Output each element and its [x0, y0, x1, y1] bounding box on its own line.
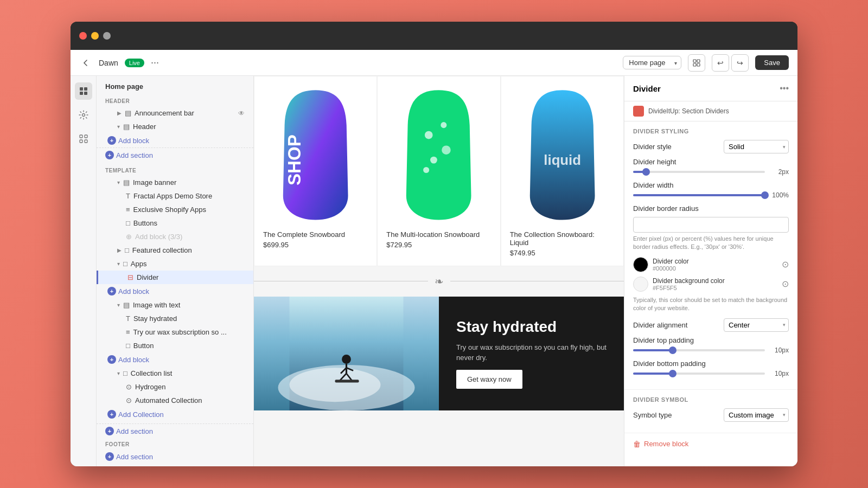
svg-point-16	[430, 157, 437, 164]
add-circle-icon: +	[107, 136, 116, 145]
svg-point-8	[82, 114, 85, 117]
sidebar-item-featured-collection[interactable]: ▶ □ Featured collection	[97, 243, 253, 257]
apps-icon[interactable]	[75, 130, 92, 147]
product-grid: SHOP The Complete Snowboard $699.95	[254, 76, 624, 266]
add-section-label: Add section	[116, 151, 153, 159]
add-circle-icon: +	[105, 151, 114, 159]
divider-bg-color-swatch[interactable]	[633, 277, 648, 292]
sidebar-item-automated-collection[interactable]: ⊙ Automated Collection	[97, 394, 253, 407]
bottom-padding-slider[interactable]	[633, 373, 765, 375]
style-select[interactable]: Solid	[724, 140, 789, 153]
sidebar-item-image-with-text[interactable]: ▾ ▤ Image with text	[97, 298, 253, 312]
sidebar-item-collection-list[interactable]: ▾ □ Collection list	[97, 367, 253, 380]
canvas-inner[interactable]: SHOP The Complete Snowboard $699.95	[254, 76, 624, 466]
text-icon: T	[126, 192, 130, 200]
height-slider-wrap: 2px	[633, 168, 789, 176]
sidebar-item-image-banner[interactable]: ▾ ▤ Image banner	[97, 176, 253, 189]
divider-color-swatch[interactable]	[633, 257, 648, 272]
product-name: The Collection Snowboard: Liquid	[510, 230, 615, 247]
img-left	[254, 297, 439, 410]
width-value: 100%	[769, 191, 789, 199]
divider-bg-color-row: Divider background color #F5F5F5 ⊙	[633, 277, 789, 292]
symbol-type-select[interactable]: Custom image	[724, 408, 789, 422]
block-icon: □	[125, 246, 129, 254]
svg-rect-29	[335, 380, 359, 382]
page-selector[interactable]: Home page	[623, 56, 681, 69]
redo-button[interactable]: ↪	[731, 54, 749, 72]
trash-icon: 🗑	[633, 440, 641, 448]
waxy-button[interactable]: Get waxy now	[456, 370, 522, 389]
sidebar-item-stay-hydrated[interactable]: T Stay hydrated	[97, 312, 253, 325]
add-section-header[interactable]: + Add section	[97, 147, 253, 162]
top-padding-slider[interactable]	[633, 349, 765, 351]
close-button[interactable]	[79, 32, 87, 40]
add-block-iwt[interactable]: + Add block	[97, 352, 253, 367]
top-padding-slider-row: Divider top padding 10px	[633, 336, 789, 354]
save-button[interactable]: Save	[755, 55, 789, 70]
add-block-header[interactable]: + Add block	[97, 133, 253, 147]
minimize-button[interactable]	[91, 32, 99, 40]
sidebar-item-wax-subscription[interactable]: ≡ Try our wax subscription so ...	[97, 325, 253, 339]
add-block-label: Add block	[118, 287, 149, 296]
panel-title: Divider	[633, 84, 775, 93]
theme-name: Dawn	[99, 59, 118, 67]
sections-icon[interactable]	[75, 82, 92, 100]
height-value: 2px	[769, 168, 789, 176]
settings-icon[interactable]	[75, 106, 92, 124]
divider-bg-color-edit[interactable]: ⊙	[782, 279, 789, 289]
back-button[interactable]	[79, 56, 92, 69]
add-icon: ⊕	[126, 233, 132, 241]
section-body: Try our wax subscription so you can fly …	[456, 342, 607, 363]
divider-color-edit[interactable]: ⊙	[782, 259, 789, 269]
width-slider-track	[633, 194, 765, 196]
sidebar-item-header[interactable]: ▾ ▤ Header	[97, 120, 253, 133]
border-radius-input[interactable]	[633, 217, 789, 233]
sidebar-item-fractal[interactable]: T Fractal Apps Demo Store	[97, 189, 253, 203]
fullscreen-button[interactable]	[103, 32, 111, 40]
bottom-padding-thumb[interactable]	[669, 370, 676, 377]
panel-plugin: DivideItUp: Section Dividers	[624, 101, 797, 121]
height-slider-thumb[interactable]	[642, 168, 650, 176]
sidebar-item-buttons[interactable]: □ Buttons	[97, 216, 253, 230]
width-slider[interactable]	[633, 194, 765, 196]
product-image	[386, 85, 491, 225]
alignment-select[interactable]: Center	[724, 318, 789, 332]
add-collection[interactable]: + Add Collection	[97, 407, 253, 421]
chevron-down-icon: ▾	[117, 302, 120, 308]
bottom-padding-track	[633, 373, 673, 375]
text-icon: T	[126, 314, 130, 323]
img-text-section: Stay hydrated Try our wax subscription s…	[254, 297, 624, 410]
section-icon: ▤	[123, 123, 130, 131]
sidebar-item-label: Header	[133, 123, 245, 131]
sidebar-item-button[interactable]: □ Button	[97, 339, 253, 352]
add-block-apps[interactable]: + Add block	[97, 284, 253, 298]
height-slider[interactable]	[633, 171, 765, 173]
tree-header: Home page	[97, 76, 253, 95]
visibility-icon[interactable]: 👁	[238, 110, 245, 117]
panel-more-button[interactable]: •••	[780, 84, 789, 93]
sidebar-item-hydrogen[interactable]: ⊙ Hydrogen	[97, 380, 253, 394]
add-section-template[interactable]: + Add section	[97, 423, 253, 438]
sidebar-item-apps[interactable]: ▾ □ Apps	[97, 257, 253, 271]
add-section-label: Add section	[116, 427, 153, 435]
canvas: SHOP The Complete Snowboard $699.95	[254, 76, 624, 466]
add-circle-icon: +	[107, 287, 116, 296]
width-slider-thumb[interactable]	[761, 191, 769, 199]
add-section-footer[interactable]: + Add section	[97, 450, 253, 464]
divider-color-hex: #000000	[653, 265, 777, 272]
more-options-button[interactable]: ···	[151, 57, 159, 68]
view-button[interactable]	[688, 54, 705, 72]
height-label: Divider height	[633, 158, 789, 166]
product-price: $699.95	[263, 241, 368, 249]
undo-button[interactable]: ↩	[712, 54, 729, 72]
sidebar-item-announcement-bar[interactable]: ▶ ▤ Announcement bar 👁	[97, 106, 253, 120]
sidebar-item-label: Automated Collection	[135, 396, 245, 404]
top-padding-thumb[interactable]	[669, 346, 676, 354]
divider-color-name: Divider color	[653, 258, 777, 265]
sidebar-item-exclusive[interactable]: ≡ Exclusive Shopify Apps	[97, 203, 253, 216]
remove-block-button[interactable]: 🗑 Remove block	[624, 433, 797, 455]
undo-redo: ↩ ↪	[712, 54, 749, 72]
product-price: $729.95	[386, 241, 491, 249]
bottom-padding-value: 10px	[769, 370, 789, 377]
sidebar-item-divider[interactable]: ⊟ Divider	[97, 271, 253, 284]
